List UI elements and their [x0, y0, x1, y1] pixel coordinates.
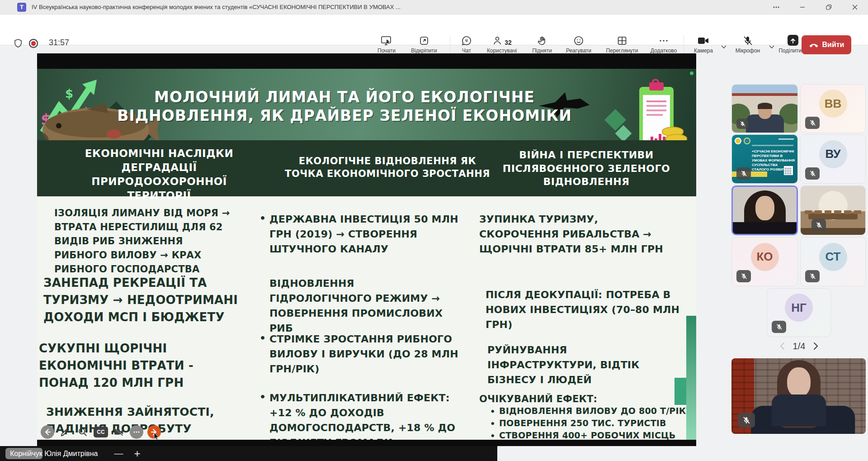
captions-button[interactable]: CC — [94, 427, 108, 437]
restore-button[interactable] — [816, 0, 842, 14]
magnify-button[interactable] — [76, 425, 90, 439]
mouse-cursor-icon — [154, 432, 160, 441]
next-slide-button[interactable] — [147, 425, 161, 439]
camera-button[interactable]: Камера — [689, 34, 718, 54]
col2-bullet: • — [259, 391, 266, 403]
zoom-in-button[interactable]: + — [134, 447, 140, 460]
participant-video-tile[interactable] — [731, 84, 798, 133]
slide-column-headers-band: ЕКОНОМІЧНІ НАСЛІДКИ ДЕГРАДАЦІЇ ПРИРОДООХ… — [37, 140, 696, 196]
column2-header: ЕКОЛОГІЧНЕ ВІДНОВЛЕННЯ ЯК ТОЧКА ЕКОНОМІЧ… — [283, 155, 491, 181]
poster-date-line — [778, 138, 794, 140]
react-smiley-icon — [573, 34, 584, 46]
hangup-icon — [809, 42, 819, 48]
chat-button[interactable]: Чат — [456, 34, 477, 54]
participant-initials-tile[interactable]: КО — [731, 237, 798, 286]
participants-icon: 32 — [492, 34, 512, 46]
more-controls-button[interactable] — [130, 425, 143, 439]
zoom-out-button[interactable]: — — [114, 448, 123, 459]
col3-bullet: • — [490, 407, 495, 416]
pagination-next-icon[interactable] — [813, 342, 819, 350]
column3-header: ВІЙНА І ПЕРСПЕКТИВИ ПІСЛЯВОЄННОГО ЗЕЛЕНО… — [496, 148, 677, 189]
presenter-name: Корнійчук Юлія Дмитрівна — [10, 450, 98, 458]
col2-item2: ВІДНОВЛЕННЯ ГІДРОЛОГІЧНОГО РЕЖИМУ → ПОВЕ… — [269, 276, 459, 336]
col3-expected-bullet1: ВІДНОВЛЕННЯ ВИЛОВУ ДО 800 Т/РІК — [499, 406, 689, 416]
titlebar-more-icon[interactable] — [763, 0, 789, 14]
more-dots-icon — [658, 34, 669, 46]
col3-item2: ПІСЛЯ ДЕОКУПАЦІЇ: ПОТРЕБА В НОВИХ ІНВЕСТ… — [486, 287, 684, 332]
col2-bullet: • — [259, 333, 266, 344]
participant-initials-tile[interactable]: НГ — [767, 288, 831, 337]
participants-pagination: 1/4 — [769, 338, 830, 354]
pagination-label: 1/4 — [793, 341, 806, 352]
recording-indicator-icon — [28, 38, 39, 51]
participant-video-tile-poster[interactable]: «СУЧАСНІ ЕКОНОМІЧНІ ПЕРСПЕКТИВИ В УМОВАХ… — [731, 134, 798, 184]
camera-off-button[interactable] — [112, 425, 126, 439]
more-actions-button[interactable]: Додатково — [646, 34, 682, 54]
participant-initials-tile[interactable]: ВУ — [800, 134, 866, 184]
slide-header: $ $ $ — [37, 69, 696, 140]
pen-tool-button[interactable] — [58, 425, 72, 439]
teams-logo-icon: T — [17, 3, 26, 12]
participants-button[interactable]: 32 Користувачі — [480, 34, 524, 54]
column1-header: ЕКОНОМІЧНІ НАСЛІДКИ ДЕГРАДАЦІЇ ПРИРОДООХ… — [64, 147, 254, 203]
teams-meeting-window: T IV Всеукраїнська науково-практична кон… — [0, 0, 868, 461]
mic-muted-badge — [736, 270, 751, 282]
active-speaker-video-tile[interactable] — [731, 185, 798, 235]
room-chairs — [805, 210, 862, 214]
pagination-prev-icon[interactable] — [779, 342, 785, 350]
unpin-button[interactable]: Відкріпити — [405, 34, 443, 54]
poster-qr-code — [784, 166, 793, 175]
participant-initials: КО — [751, 243, 779, 271]
col3-bullet: • — [490, 431, 495, 441]
mic-muted-badge — [736, 119, 748, 129]
react-button[interactable]: Реагувати — [561, 34, 596, 54]
camera-options-chevron[interactable] — [721, 43, 727, 51]
participant-initials-tile[interactable]: ВВ — [800, 84, 866, 133]
person-body — [733, 222, 797, 234]
camera-icon — [697, 34, 710, 46]
col3-expected-bullet2: ПОВЕРНЕННЯ 250 ТИС. ТУРИСТІВ — [499, 418, 689, 428]
presenter-name-bar: Корнійчук Юлія Дмитрівна — + — [0, 446, 497, 461]
col3-expected-bullet3: СТВОРЕННЯ 400+ РОБОЧИХ МІСЦЬ — [499, 430, 689, 440]
privacy-shield-icon[interactable] — [13, 38, 24, 51]
slide-title: МОЛОЧНИЙ ЛИМАН ТА ЙОГО ЕКОЛОГІЧНЕ ВІДНОВ… — [105, 88, 584, 125]
participant-initials-tile[interactable]: СТ — [800, 237, 866, 286]
person-face — [755, 196, 774, 220]
col3-item3: РУЙНУВАННЯ ІНФРАСТРУКТУРИ, ВІДТІК БІЗНЕС… — [487, 342, 677, 387]
participant-initials: СТ — [819, 243, 847, 271]
view-grid-icon — [617, 34, 627, 46]
dollar-sign-green: $ — [65, 87, 73, 100]
col2-item4: МУЛЬТИПЛІКАТИВНИЙ ЕФЕКТ: +12 % ДО ДОХОДІ… — [269, 390, 473, 446]
view-button[interactable]: Переглянути — [601, 34, 643, 54]
close-button[interactable] — [842, 0, 868, 14]
col1-item3: СУКУПНІ ЩОРІЧНІ ЕКОНОМІЧНІ ВТРАТИ - ПОНА… — [39, 340, 247, 391]
raise-hand-button[interactable]: Підняти — [528, 34, 556, 54]
start-presenting-button[interactable]: Почати — [372, 34, 401, 54]
poster-subtitle-line — [752, 145, 793, 146]
self-view-video-tile[interactable] — [731, 358, 866, 434]
mic-muted-badge — [772, 321, 786, 333]
leave-button[interactable]: Вийти — [802, 35, 851, 54]
mic-muted-badge — [805, 270, 820, 282]
col2-item1: ДЕРЖАВНА ІНВЕСТИЦІЯ 50 МЛН ГРН (2019) → … — [269, 212, 464, 257]
person-face — [787, 367, 811, 397]
person-hair — [758, 103, 772, 109]
col1-item2: ЗАНЕПАД РЕКРЕАЦІЇ ТА ТУРИЗМУ → НЕДООТРИМ… — [43, 274, 247, 326]
slide-controls: CC — [41, 425, 161, 439]
microphone-button[interactable]: Мікрофон — [731, 34, 765, 54]
participant-initials: ВУ — [819, 140, 847, 168]
mic-muted-badge — [736, 167, 751, 180]
window-titlebar: T IV Всеукраїнська науково-практична кон… — [0, 0, 868, 14]
minimize-button[interactable] — [789, 0, 816, 14]
unpin-icon — [419, 34, 429, 46]
conference-logo — [735, 138, 741, 144]
building-roof — [732, 93, 797, 96]
col3-item1: ЗУПИНКА ТУРИЗМУ, СКОРОЧЕННЯ РИБАЛЬСТВА →… — [479, 212, 678, 257]
toolbar-divider — [684, 35, 684, 53]
person-shirt — [772, 394, 826, 426]
previous-slide-button[interactable] — [41, 425, 54, 439]
share-screen-icon — [381, 34, 392, 46]
participant-video-tile-room[interactable] — [800, 185, 866, 235]
mic-muted-badge — [811, 219, 826, 231]
microphone-muted-icon — [742, 34, 753, 46]
